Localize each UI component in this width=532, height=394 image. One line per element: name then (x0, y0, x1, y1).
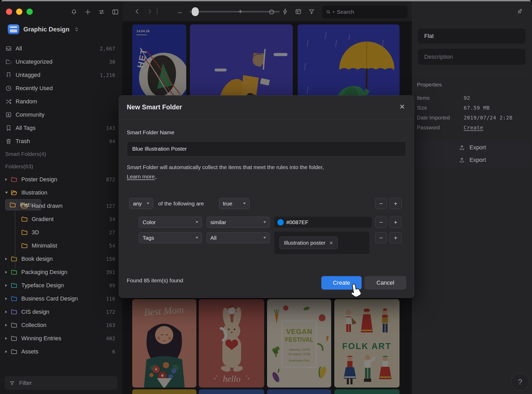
search-scope-caret-icon[interactable] (332, 11, 335, 13)
folder-packaging-design[interactable]: Packaging Design 391 (5, 265, 117, 279)
folder-cis-design[interactable]: CIS design 172 (5, 305, 117, 318)
filter-input[interactable] (19, 379, 113, 387)
match-mode-select[interactable]: any (129, 198, 153, 209)
sidebar-list: All 2,667 ? Uncategorized 30 ? Untagged … (5, 42, 117, 358)
property-row-size: Size 67.59 MB (417, 104, 528, 112)
library-switcher[interactable]: Graphic Design (8, 24, 80, 34)
sidebar-item-community[interactable]: Community (5, 108, 117, 121)
export-button-1[interactable]: Export (415, 141, 529, 154)
filter-button funnel-icon[interactable] (308, 8, 315, 15)
traffic-zoom-button[interactable] (26, 9, 33, 15)
smart-folder-name-field[interactable] (127, 141, 406, 156)
password-create-link[interactable]: Create (464, 124, 483, 131)
quick-actions-button lightning-icon[interactable] (282, 8, 289, 15)
back-button[interactable] (134, 8, 141, 15)
section-smart-folders[interactable]: Smart Folders(4) (5, 148, 117, 160)
rule2-operator-select[interactable]: All (207, 232, 270, 243)
panel-divider (416, 74, 529, 74)
sidebar-filter[interactable] (5, 376, 117, 390)
sidebar-item-trash[interactable]: Trash 94 (5, 135, 117, 148)
sidebar-item-untagged[interactable]: ? Untagged 1,216 (5, 68, 117, 82)
rule1-field-select[interactable]: Color (139, 217, 202, 228)
folder-collection[interactable]: Collection 163 (5, 318, 117, 332)
rule1-color-value-field[interactable]: #0087EF (274, 217, 372, 228)
folder-winning-entries[interactable]: Winning Entries 402 (5, 332, 117, 345)
folder-icon (10, 176, 18, 183)
rule2-tags-field[interactable]: Illustration poster ✕ (274, 232, 369, 254)
sidebar-item-all[interactable]: All 2,667 (5, 42, 117, 55)
shuffle-icon (5, 98, 12, 105)
help-button[interactable]: ? (511, 373, 529, 391)
inspector-panel: Flat Description Properties Items 92 Siz… (412, 0, 532, 394)
plugins-button puzzle-icon[interactable] (268, 8, 275, 15)
collapse-arrow-icon[interactable] (5, 192, 10, 194)
folder-business-card-design[interactable]: Business Card Design 116 (5, 292, 117, 305)
folder-poster-design[interactable]: Poster Design 872 (5, 173, 117, 186)
rule1-remove-button[interactable]: − (375, 217, 387, 228)
rule2-add-button[interactable]: + (390, 232, 402, 243)
folder-gradient[interactable]: Gradient 34 (5, 212, 117, 226)
remove-group-button[interactable]: − (375, 198, 387, 209)
expand-arrow-icon[interactable] (5, 324, 10, 326)
close-button close-icon[interactable]: ✕ (399, 103, 405, 111)
export-button-2[interactable]: Export (415, 154, 529, 166)
folder-illustration[interactable]: Illustration (5, 186, 117, 199)
chevron-down-icon (263, 237, 266, 239)
expand-arrow-icon[interactable] (5, 297, 10, 300)
zoom-in-button[interactable]: + (238, 7, 242, 16)
sidebar-panel-icon (112, 8, 119, 16)
expand-arrow-icon[interactable] (5, 178, 10, 181)
expand-arrow-icon[interactable] (5, 337, 10, 340)
mouse-cursor hand-pointer-icon (349, 282, 363, 298)
cancel-button[interactable]: Cancel (364, 276, 406, 290)
pin-icon[interactable] (516, 8, 523, 15)
forward-button[interactable] (146, 8, 153, 15)
zoom-slider-thumb[interactable] (192, 7, 199, 16)
tag-chip-illustration-poster[interactable]: Illustration poster ✕ (280, 237, 338, 249)
smart-folder-name-label: Smart Folder Name (127, 129, 174, 136)
traffic-close-button[interactable] (6, 9, 12, 15)
toggle-sidebar-button[interactable] (112, 8, 119, 16)
match-value-select[interactable]: true (219, 198, 250, 209)
folder-book-design[interactable]: Book design 150 (5, 252, 117, 265)
expand-arrow-icon[interactable] (5, 258, 10, 260)
smart-folder-name-input[interactable] (132, 145, 401, 152)
traffic-minimize-button[interactable] (16, 9, 22, 15)
rule1-operator-select[interactable]: similar (207, 217, 270, 228)
sidebar-item-all-tags[interactable]: All Tags 143 (5, 121, 117, 135)
folder-hand-drawn[interactable]: Hand drawn 127 (5, 199, 117, 212)
search-input[interactable] (336, 9, 404, 15)
color-swatch[interactable] (277, 219, 284, 225)
expand-arrow-icon[interactable] (5, 271, 10, 273)
folder-description-placeholder: Description (424, 54, 453, 60)
folder-description-field[interactable]: Description (418, 49, 526, 65)
remove-tag-icon[interactable]: ✕ (329, 240, 333, 246)
learn-more-link[interactable]: Learn more (127, 173, 155, 179)
add-button[interactable] (84, 8, 91, 16)
funnel-icon (9, 380, 15, 386)
expand-arrow-icon[interactable] (5, 284, 10, 287)
section-folders[interactable]: Folders(63) (5, 160, 117, 173)
layout-button layout-icon[interactable] (295, 8, 302, 15)
expand-arrow-icon[interactable] (5, 311, 10, 313)
sync-transfer-button[interactable] (98, 8, 105, 16)
sidebar-item-uncategorized[interactable]: ? Uncategorized 30 (5, 55, 117, 68)
sidebar-item-random[interactable]: Random (5, 95, 117, 108)
add-group-button[interactable]: + (390, 198, 402, 209)
folder-typeface-design[interactable]: Typeface Design 99 (5, 279, 117, 292)
zoom-slider-track[interactable] (189, 11, 280, 12)
folder-3d[interactable]: 3D 27 (5, 226, 117, 239)
search-box[interactable] (322, 6, 408, 18)
chevron-left-icon (134, 8, 141, 15)
expand-arrow-icon[interactable] (5, 350, 10, 353)
rule2-field-select[interactable]: Tags (139, 232, 202, 243)
rule2-remove-button[interactable]: − (375, 232, 387, 243)
rule1-add-button[interactable]: + (390, 217, 402, 228)
folder-assets[interactable]: Assets 6 (5, 345, 117, 358)
sidebar-item-recently-used[interactable]: Recently Used (5, 82, 117, 95)
notifications-button[interactable] (70, 8, 78, 16)
folder-icon (21, 202, 28, 210)
folder-name-field[interactable]: Flat (418, 29, 526, 44)
zoom-out-button[interactable]: – (178, 8, 182, 16)
folder-minimalist[interactable]: Minimalist 54 (5, 239, 117, 252)
